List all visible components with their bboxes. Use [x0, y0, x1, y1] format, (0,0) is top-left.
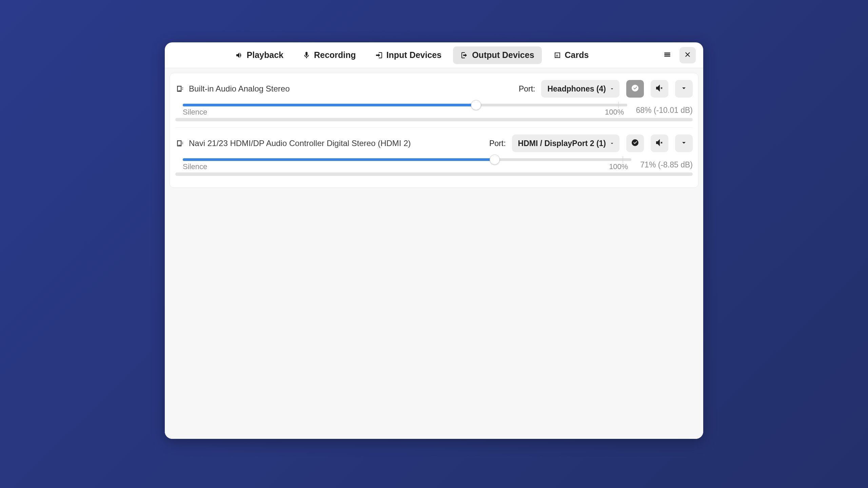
- titlebar: Playback Recording Input Devices Output …: [165, 42, 703, 68]
- speaker-icon: [235, 51, 243, 59]
- slider-label-100: 100%: [605, 108, 624, 117]
- device-header: Navi 21/23 HDMI/DP Audio Controller Digi…: [175, 135, 693, 152]
- chevron-down-icon: [680, 139, 688, 148]
- tab-label: Playback: [247, 50, 283, 60]
- tab-recording[interactable]: Recording: [295, 46, 363, 64]
- mute-icon: [655, 139, 664, 148]
- tab-playback[interactable]: Playback: [228, 46, 291, 64]
- hamburger-icon: [664, 51, 671, 60]
- set-default-button[interactable]: [626, 80, 644, 98]
- tab-label: Output Devices: [472, 50, 534, 60]
- slider-label-100: 100%: [609, 162, 628, 171]
- devices-panel: Built-in Audio Analog Stereo Port: Headp…: [170, 73, 698, 188]
- mute-button[interactable]: [651, 80, 668, 98]
- card-icon: [553, 51, 561, 59]
- level-meter: [175, 172, 693, 176]
- port-label: Port:: [489, 139, 506, 148]
- content-area: Built-in Audio Analog Stereo Port: Headp…: [165, 68, 703, 439]
- advanced-dropdown-button[interactable]: [675, 135, 693, 152]
- check-circle-icon: [631, 139, 639, 148]
- tab-input-devices[interactable]: Input Devices: [368, 46, 449, 64]
- tab-label: Input Devices: [387, 50, 442, 60]
- close-icon: [684, 51, 691, 60]
- microphone-icon: [302, 51, 311, 59]
- check-circle-icon: [631, 84, 639, 94]
- volume-slider-row: Silence 100% 68% (-10.01 dB): [175, 104, 693, 117]
- port-dropdown[interactable]: HDMI / DisplayPort 2 (1): [512, 135, 619, 152]
- slider-label-silence: Silence: [183, 108, 207, 117]
- port-dropdown[interactable]: Headphones (4): [541, 80, 619, 98]
- level-meter: [175, 118, 693, 121]
- window-controls: [659, 47, 700, 63]
- port-label: Port:: [519, 84, 535, 94]
- set-default-button[interactable]: [626, 135, 644, 152]
- menu-button[interactable]: [659, 47, 675, 63]
- chevron-down-icon: [609, 84, 615, 94]
- tab-label: Cards: [565, 50, 589, 60]
- chevron-down-icon: [609, 139, 615, 148]
- device-header: Built-in Audio Analog Stereo Port: Headp…: [175, 80, 693, 98]
- volume-readout: 68% (-10.01 dB): [633, 106, 693, 115]
- advanced-dropdown-button[interactable]: [675, 80, 693, 98]
- volume-slider-row: Silence 100% 71% (-8.85 dB): [175, 158, 693, 171]
- soundcard-icon: [175, 84, 185, 94]
- volume-readout: 71% (-8.85 dB): [637, 160, 693, 169]
- port-selected: Headphones (4): [547, 84, 606, 94]
- volume-slider[interactable]: [183, 104, 627, 106]
- port-selected: HDMI / DisplayPort 2 (1): [518, 139, 606, 148]
- tab-cards[interactable]: Cards: [546, 46, 596, 64]
- volume-slider[interactable]: [183, 158, 631, 161]
- chevron-down-icon: [680, 84, 688, 94]
- tab-label: Recording: [314, 50, 356, 60]
- device-name: Built-in Audio Analog Stereo: [189, 84, 515, 94]
- device-name: Navi 21/23 HDMI/DP Audio Controller Digi…: [189, 139, 485, 148]
- mute-button[interactable]: [651, 135, 668, 152]
- volume-slider-area: Silence 100%: [175, 158, 637, 171]
- output-device-row: Built-in Audio Analog Stereo Port: Headp…: [175, 76, 693, 127]
- output-device-row: Navi 21/23 HDMI/DP Audio Controller Digi…: [175, 127, 693, 182]
- volume-slider-area: Silence 100%: [175, 104, 633, 117]
- volume-control-window: Playback Recording Input Devices Output …: [165, 42, 703, 439]
- tab-output-devices[interactable]: Output Devices: [453, 46, 541, 64]
- output-icon: [460, 51, 469, 59]
- slider-label-silence: Silence: [183, 162, 207, 171]
- input-icon: [375, 51, 383, 59]
- close-button[interactable]: [679, 47, 696, 63]
- tabs: Playback Recording Input Devices Output …: [165, 42, 659, 68]
- mute-icon: [655, 84, 664, 94]
- soundcard-icon: [175, 139, 185, 148]
